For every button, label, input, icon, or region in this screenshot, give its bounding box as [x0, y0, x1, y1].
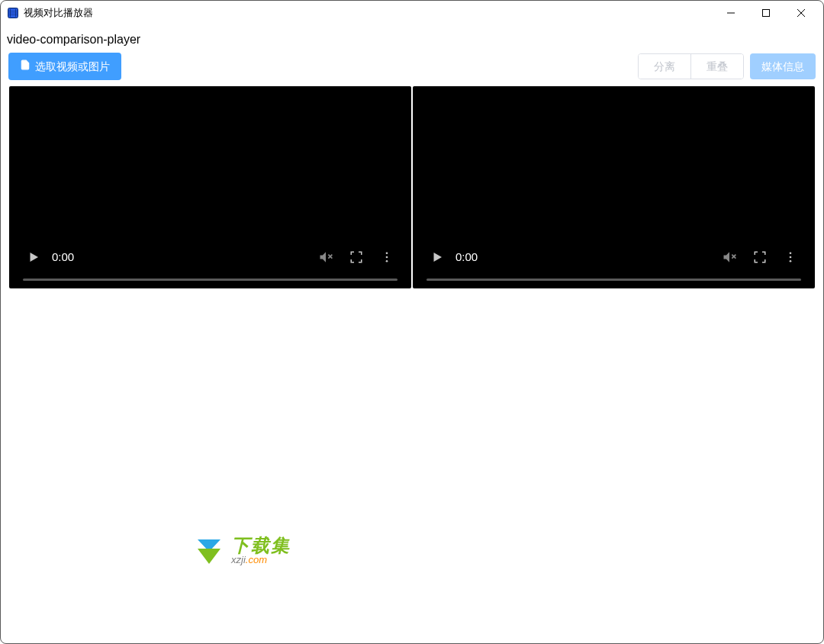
watermark-text: 下载集 xzji.com — [231, 536, 291, 565]
client-area: video-comparison-player 选取视频或图片 分离 重叠 — [1, 25, 823, 643]
titlebar: 视频对比播放器 — [1, 1, 823, 25]
layout-mode-group: 分离 重叠 — [638, 53, 744, 80]
maximize-button[interactable] — [748, 2, 784, 24]
minimize-button[interactable] — [713, 2, 748, 24]
svg-point-24 — [790, 260, 792, 262]
download-arrow-icon — [193, 535, 225, 567]
overlap-button[interactable]: 重叠 — [691, 54, 743, 79]
svg-point-22 — [790, 252, 792, 254]
svg-marker-26 — [198, 549, 220, 564]
svg-marker-13 — [31, 253, 39, 262]
more-icon[interactable] — [777, 243, 804, 271]
progress-bar-left[interactable] — [23, 279, 398, 281]
media-info-label: 媒体信息 — [761, 60, 804, 73]
play-icon[interactable] — [423, 243, 451, 271]
volume-muted-icon[interactable] — [716, 243, 743, 271]
video-pane-right[interactable]: 0:00 — [413, 86, 815, 288]
video-time-right: 0:00 — [454, 250, 481, 263]
svg-marker-19 — [434, 253, 443, 262]
more-icon[interactable] — [373, 243, 401, 271]
play-icon[interactable] — [20, 243, 47, 271]
video-pane-left[interactable]: 0:00 — [9, 86, 411, 288]
window-title: 视频对比播放器 — [24, 7, 93, 20]
page-subtitle: video-comparison-player — [1, 25, 823, 53]
watermark-cn: 下载集 — [231, 536, 291, 555]
video-controls-right: 0:00 — [413, 233, 815, 288]
video-time-left: 0:00 — [50, 250, 77, 263]
watermark-url: xzji.com — [231, 555, 291, 565]
volume-muted-icon[interactable] — [312, 243, 340, 271]
fullscreen-icon[interactable] — [343, 243, 370, 271]
select-media-label: 选取视频或图片 — [35, 60, 110, 73]
app-window: 视频对比播放器 video-comparison-player — [0, 0, 824, 644]
video-controls-left: 0:00 — [9, 233, 411, 288]
separate-button[interactable]: 分离 — [639, 54, 691, 79]
select-media-button[interactable]: 选取视频或图片 — [8, 53, 121, 80]
app-icon — [7, 7, 19, 19]
svg-point-16 — [386, 252, 388, 254]
progress-bar-right[interactable] — [426, 279, 801, 281]
svg-rect-8 — [763, 10, 770, 17]
watermark: 下载集 xzji.com — [193, 535, 291, 567]
toolbar: 选取视频或图片 分离 重叠 媒体信息 — [1, 53, 823, 86]
close-button[interactable] — [784, 2, 819, 24]
fullscreen-icon[interactable] — [746, 243, 774, 271]
svg-point-17 — [386, 256, 388, 258]
svg-point-18 — [386, 260, 388, 262]
window-controls — [713, 2, 819, 24]
svg-point-23 — [790, 256, 792, 258]
media-info-button[interactable]: 媒体信息 — [750, 53, 816, 80]
document-add-icon — [20, 60, 31, 73]
video-row: 0:00 — [1, 86, 823, 288]
